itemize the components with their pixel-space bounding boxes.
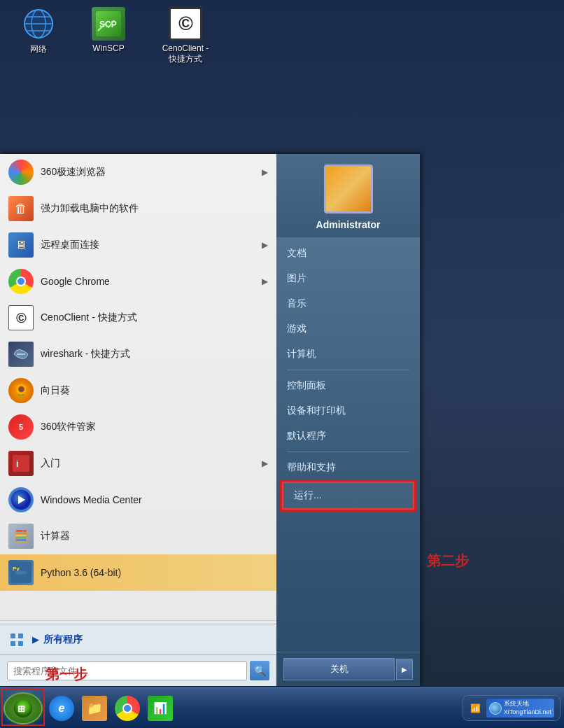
svg-point-5	[24, 10, 52, 38]
start-item-python[interactable]: Py Python 3.6 (64-bit)	[0, 554, 276, 591]
start-item-calc[interactable]: 🧮 计算器	[0, 518, 276, 554]
start-item-360browser[interactable]: 360极速浏览器 ▶	[0, 154, 276, 190]
winscp-icon: SCP	[92, 7, 125, 41]
right-item-devices[interactable]: 设备和打印机	[276, 398, 420, 424]
taskbar-explorer[interactable]: 📁	[79, 693, 110, 724]
svg-rect-8	[13, 455, 29, 472]
360browser-label: 360极速浏览器	[41, 166, 262, 178]
monitor-icon: 📊	[148, 696, 173, 721]
remote-label: 远程桌面连接	[41, 239, 262, 251]
start-item-sunflower[interactable]: 🌻 向日葵	[0, 372, 276, 409]
shutdown-arrow[interactable]: ▶	[396, 659, 413, 680]
start-item-getstarted[interactable]: i 入门 ▶	[0, 445, 276, 482]
360mgr-label: 360软件管家	[41, 421, 268, 433]
desktop-icon-winscp[interactable]: SCP WinSCP	[84, 7, 133, 65]
svg-rect-14	[10, 634, 15, 638]
start-menu-left: 360极速浏览器 ▶ 🗑 强力卸载电脑中的软件 🖥 远程桌面连接 ▶	[0, 154, 276, 686]
svg-rect-16	[10, 641, 15, 646]
right-item-games[interactable]: 游戏	[276, 316, 420, 342]
svg-text:i: i	[16, 459, 18, 469]
start-item-chrome[interactable]: Google Chrome ▶	[0, 263, 276, 300]
tray-network-icon[interactable]: 📶	[469, 701, 483, 715]
right-item-defaultprog[interactable]: 默认程序	[276, 424, 420, 449]
step1-annotation: 第一步	[45, 665, 87, 684]
chrome-icon	[8, 269, 34, 294]
cenoclient-desktop-icon: ©	[169, 7, 202, 41]
start-button[interactable]: ⊞	[3, 692, 43, 724]
360mgr-icon: 5	[8, 414, 34, 440]
uninstall-icon: 🗑	[8, 196, 34, 221]
start-menu-items: 360极速浏览器 ▶ 🗑 强力卸载电脑中的软件 🖥 远程桌面连接 ▶	[0, 154, 276, 617]
right-item-computer[interactable]: 计算机	[276, 342, 420, 367]
brand-text: 系统天地 XiTongTianDi.net	[504, 700, 551, 716]
right-menu-items: 文档 图片 音乐 游戏 计算机 控制面板 设备和打印机 默认程序 帮助和支持 运…	[276, 237, 420, 652]
getstarted-icon: i	[8, 451, 34, 476]
winscp-icon-label: WinSCP	[92, 43, 124, 53]
uninstall-label: 强力卸载电脑中的软件	[41, 202, 268, 215]
remote-arrow: ▶	[262, 240, 268, 250]
all-programs-icon	[8, 631, 25, 648]
cenoclient-icon-label: CenoClient - 快捷方式	[162, 43, 209, 65]
shutdown-button[interactable]: 关机	[283, 658, 395, 680]
taskbar-ie[interactable]: e	[46, 693, 77, 724]
tray-brand: 系统天地 XiTongTianDi.net	[486, 699, 554, 718]
desktop-icon-cenoclient[interactable]: © CenoClient - 快捷方式	[154, 7, 217, 65]
right-item-pics[interactable]: 图片	[276, 266, 420, 291]
right-item-music[interactable]: 音乐	[276, 291, 420, 316]
start-item-wmc[interactable]: Windows Media Center	[0, 482, 276, 518]
system-tray: 📶 系统天地 XiTongTianDi.net	[463, 695, 561, 721]
explorer-icon: 📁	[82, 696, 107, 721]
user-avatar[interactable]	[324, 164, 373, 214]
getstarted-label: 入门	[41, 457, 262, 470]
all-programs-item[interactable]: ▶ 所有程序	[0, 624, 276, 654]
start-item-360mgr[interactable]: 5 360软件管家	[0, 409, 276, 445]
username-label: Administrator	[316, 219, 381, 230]
ceno-icon: ©	[8, 305, 34, 330]
python-icon: Py	[8, 560, 34, 585]
taskbar-chrome[interactable]	[112, 693, 143, 724]
network-icon-label: 网络	[30, 43, 47, 55]
right-item-controlpanel[interactable]: 控制面板	[276, 373, 420, 398]
brand-line1: 系统天地	[504, 700, 551, 708]
desktop-icons-area: 网络 SCP WinSCP © CenoClient -	[14, 7, 217, 65]
desktop: 网络 SCP WinSCP © CenoClient -	[0, 0, 564, 728]
start-menu: 360极速浏览器 ▶ 🗑 强力卸载电脑中的软件 🖥 远程桌面连接 ▶	[0, 154, 420, 686]
right-divider-1	[287, 370, 409, 370]
start-item-wireshark[interactable]: wireshark - 快捷方式	[0, 336, 276, 372]
wireshark-label: wireshark - 快捷方式	[41, 348, 268, 360]
calc-label: 计算器	[41, 530, 268, 542]
step2-annotation: 第二步	[427, 552, 469, 570]
chrome-arrow: ▶	[262, 276, 268, 286]
svg-rect-17	[18, 641, 23, 646]
taskbar: ⊞ e 📁 📊 📶 系统天	[0, 687, 564, 728]
start-item-ceno[interactable]: © CenoClient - 快捷方式	[0, 300, 276, 336]
right-item-help[interactable]: 帮助和支持	[276, 455, 420, 480]
start-item-remote[interactable]: 🖥 远程桌面连接 ▶	[0, 227, 276, 263]
sunflower-icon: 🌻	[8, 378, 34, 403]
network-icon	[22, 7, 55, 41]
calc-icon: 🧮	[8, 524, 34, 549]
sunflower-label: 向日葵	[41, 384, 268, 397]
getstarted-arrow: ▶	[262, 458, 268, 468]
360browser-icon	[8, 160, 34, 185]
chrome-taskbar-icon	[115, 696, 140, 721]
ie-icon: e	[49, 696, 74, 721]
start-menu-right: Administrator 文档 图片 音乐 游戏 计算机 控制面板 设备和打印…	[276, 154, 420, 686]
start-divider-1	[0, 620, 276, 621]
chrome-label: Google Chrome	[41, 276, 262, 287]
desktop-icon-network[interactable]: 网络	[14, 7, 63, 65]
search-button[interactable]: 🔍	[250, 661, 269, 680]
taskbar-monitor[interactable]: 📊	[145, 693, 176, 724]
ceno-label: CenoClient - 快捷方式	[41, 312, 268, 324]
brand-globe-icon	[489, 702, 502, 715]
start-item-uninstall[interactable]: 🗑 强力卸载电脑中的软件	[0, 190, 276, 227]
wireshark-icon	[8, 342, 34, 367]
360browser-arrow: ▶	[262, 167, 268, 177]
search-input[interactable]	[7, 662, 247, 680]
shutdown-section: 关机 ▶	[276, 652, 420, 686]
right-item-run[interactable]: 运行...	[282, 482, 414, 510]
right-item-docs[interactable]: 文档	[276, 241, 420, 266]
all-programs-label: 所有程序	[43, 634, 83, 646]
taskbar-items: e 📁 📊	[46, 693, 463, 724]
svg-text:⊞: ⊞	[17, 703, 25, 713]
